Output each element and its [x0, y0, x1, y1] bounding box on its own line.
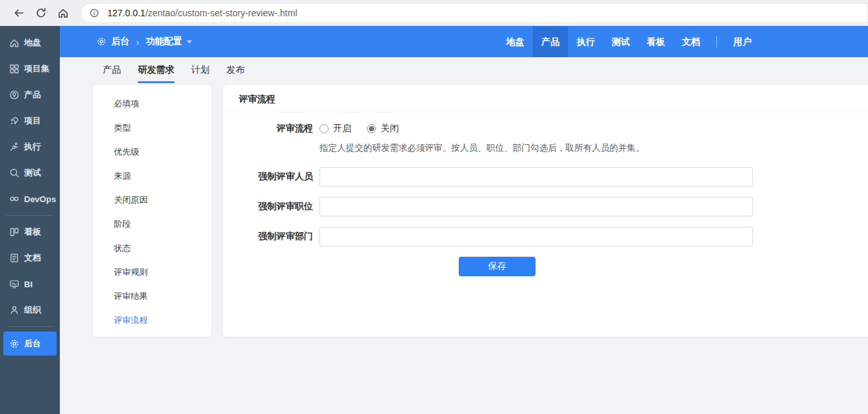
sidebar-divider [7, 215, 53, 216]
breadcrumb-current[interactable]: 功能配置 [146, 36, 182, 47]
back-button[interactable] [8, 2, 30, 24]
url-path: /zentao/custom-set-story-review-.html [145, 8, 297, 18]
tab-story[interactable]: 研发需求 [138, 57, 174, 83]
menu-item-priority[interactable]: 优先级 [93, 140, 211, 164]
forced-reviewers-label: 强制评审人员 [223, 171, 313, 183]
sidebar-item-admin[interactable]: 后台 [3, 331, 57, 356]
infinity-icon [8, 194, 20, 205]
reload-icon [35, 7, 47, 19]
menu-item-type[interactable]: 类型 [93, 116, 211, 140]
radio-option-on[interactable]: 开启 [319, 123, 351, 135]
sidebar-item-qa[interactable]: 测试 [0, 160, 60, 186]
review-flow-panel: 评审流程 评审流程 开启 关闭 [223, 85, 868, 337]
chevron-down-icon[interactable] [187, 40, 192, 44]
home-button[interactable] [52, 2, 74, 24]
sidebar-item-execution[interactable]: 执行 [0, 134, 60, 160]
back-arrow-icon [13, 7, 25, 19]
forced-positions-label: 强制评审职位 [223, 201, 313, 213]
sidebar-item-bi[interactable]: BI [0, 271, 60, 297]
menu-item-source[interactable]: 来源 [93, 164, 211, 188]
settings-menu: 必填项 类型 优先级 来源 关闭原因 阶段 状态 评审规则 评审结果 评审流程 [93, 85, 211, 337]
sidebar-item-doc[interactable]: 文档 [0, 245, 60, 271]
app-sidebar: 地盘 项目集 产品 项目 执行 测试 DevOps 看板 [0, 26, 60, 414]
tab-product[interactable]: 产品 [103, 57, 121, 83]
monitor-icon [8, 279, 20, 290]
site-info-icon[interactable] [89, 8, 100, 18]
radio-on-icon[interactable] [319, 124, 329, 133]
radio-on-label: 开启 [333, 123, 351, 135]
sidebar-item-product[interactable]: 产品 [0, 82, 60, 108]
sidebar-item-kanban[interactable]: 看板 [0, 219, 60, 245]
browser-chrome: 127.0.0.1/zentao/custom-set-story-review… [0, 0, 868, 26]
forced-departments-input[interactable] [319, 227, 753, 246]
menu-item-stage[interactable]: 阶段 [93, 212, 211, 236]
top-bar: 后台 › 功能配置 地盘 产品 执行 测试 看板 文档 用户 [60, 26, 868, 57]
radio-option-off[interactable]: 关闭 [367, 123, 399, 135]
menu-item-review-rule[interactable]: 评审规则 [93, 260, 211, 284]
sidebar-item-label: 地盘 [24, 37, 41, 49]
sidebar-item-label: 产品 [24, 89, 41, 101]
workspace: 产品 研发需求 计划 发布 必填项 类型 优先级 来源 关闭原因 阶段 状态 评… [60, 57, 868, 414]
sidebar-item-label: 项目集 [24, 63, 49, 75]
sidebar-item-label: 文档 [24, 252, 41, 264]
review-flow-radiogroup: 开启 关闭 [319, 120, 399, 137]
bulb-icon [8, 90, 20, 101]
nav-item-qa[interactable]: 测试 [603, 26, 638, 57]
magnifier-icon [8, 168, 20, 179]
breadcrumb: 后台 › 功能配置 [60, 36, 192, 47]
grid-icon [8, 64, 20, 75]
gear-icon [8, 338, 20, 349]
sidebar-item-project[interactable]: 项目 [0, 108, 60, 134]
sidebar-item-label: 执行 [24, 141, 41, 153]
tab-bar: 产品 研发需求 计划 发布 [60, 57, 868, 83]
tab-plan[interactable]: 计划 [191, 57, 210, 83]
reload-button[interactable] [30, 2, 52, 24]
nav-item-dashboard[interactable]: 地盘 [498, 26, 533, 57]
sidebar-item-label: 项目 [24, 115, 41, 127]
nav-item-product[interactable]: 产品 [533, 26, 568, 57]
sidebar-item-label: DevOps [24, 194, 56, 204]
review-flow-label: 评审流程 [223, 123, 313, 135]
sidebar-item-label: BI [24, 279, 33, 289]
nav-item-user[interactable]: 用户 [725, 26, 760, 57]
menu-item-review-flow[interactable]: 评审流程 [93, 308, 211, 332]
sidebar-item-label: 组织 [24, 304, 41, 316]
menu-item-review-result[interactable]: 评审结果 [93, 284, 211, 308]
sidebar-item-label: 后台 [24, 338, 41, 350]
sidebar-item-org[interactable]: 组织 [0, 297, 60, 323]
review-flow-help-text: 指定人提交的研发需求必须评审。按人员、职位、部门勾选后，取所有人员的并集。 [319, 142, 645, 154]
person-icon [8, 305, 20, 316]
menu-item-close-reason[interactable]: 关闭原因 [93, 188, 211, 212]
tab-release[interactable]: 发布 [226, 57, 245, 83]
sidebar-item-label: 测试 [24, 167, 41, 179]
menu-item-required[interactable]: 必填项 [93, 92, 211, 116]
forced-positions-input[interactable] [319, 197, 753, 216]
radio-off-icon[interactable] [367, 124, 376, 133]
nav-item-execution[interactable]: 执行 [568, 26, 603, 57]
rocket-icon [8, 116, 20, 127]
sidebar-item-program[interactable]: 项目集 [0, 56, 60, 82]
url-host: 127.0.0.1 [107, 8, 145, 18]
menu-item-status[interactable]: 状态 [93, 236, 211, 260]
url-text: 127.0.0.1/zentao/custom-set-story-review… [107, 8, 297, 18]
browser-home-icon [57, 7, 69, 19]
sidebar-divider [7, 326, 53, 327]
panel-title: 评审流程 [223, 85, 868, 112]
nav-item-kanban[interactable]: 看板 [638, 26, 673, 57]
breadcrumb-root[interactable]: 后台 [111, 36, 129, 47]
sidebar-item-label: 看板 [24, 226, 41, 238]
radio-off-label: 关闭 [381, 123, 399, 135]
gear-icon [96, 36, 107, 47]
forced-departments-label: 强制评审部门 [223, 231, 313, 242]
chevron-right-icon: › [136, 36, 139, 47]
sidebar-item-devops[interactable]: DevOps [0, 186, 60, 212]
nav-item-doc[interactable]: 文档 [673, 26, 709, 57]
nav-divider [716, 36, 717, 47]
forced-reviewers-input[interactable] [319, 167, 753, 187]
sidebar-item-dashboard[interactable]: 地盘 [0, 30, 60, 56]
save-button[interactable]: 保存 [459, 257, 536, 276]
home-icon [8, 38, 20, 49]
address-bar[interactable]: 127.0.0.1/zentao/custom-set-story-review… [81, 3, 868, 23]
kanban-icon [8, 227, 20, 238]
runner-icon [8, 142, 20, 153]
